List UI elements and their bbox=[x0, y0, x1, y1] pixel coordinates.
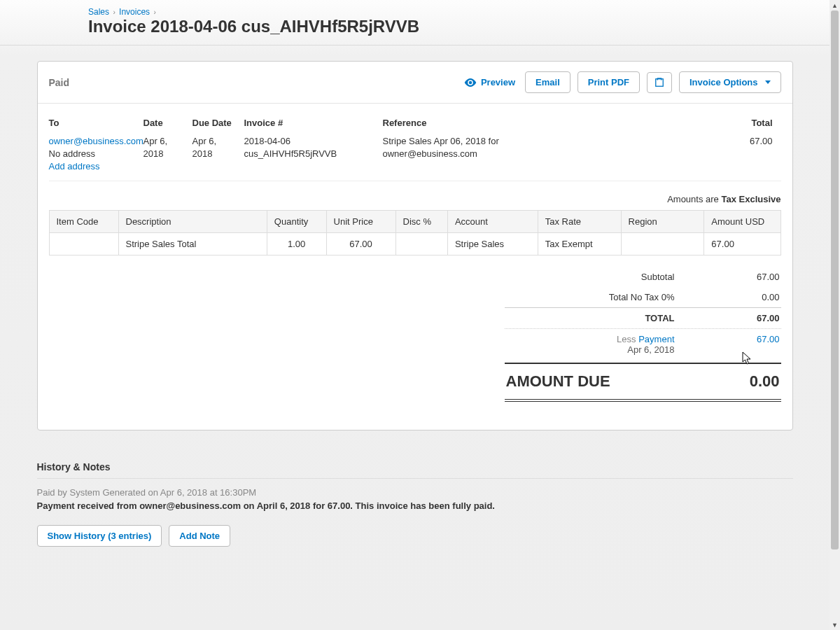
col-tax-rate: Tax Rate bbox=[538, 210, 621, 232]
col-quantity: Quantity bbox=[267, 210, 326, 232]
invoice-meta: To owner@ebusiness.com No address Add ad… bbox=[49, 118, 781, 181]
date-label: Date bbox=[144, 118, 184, 128]
cell-acct: Stripe Sales bbox=[447, 232, 538, 255]
history-notes-title: History & Notes bbox=[37, 461, 793, 479]
preview-button[interactable]: Preview bbox=[464, 77, 515, 88]
subtotal-value: 67.00 bbox=[710, 272, 780, 282]
col-discount: Disc % bbox=[396, 210, 447, 232]
chevron-right-icon: › bbox=[153, 8, 155, 16]
col-item-code: Item Code bbox=[49, 210, 118, 232]
total-label: Total bbox=[725, 118, 773, 128]
grand-total-label: TOTAL bbox=[506, 313, 710, 323]
history-line-1: Paid by System Generated on Apr 6, 2018 … bbox=[37, 487, 793, 498]
breadcrumb: Sales › Invoices › bbox=[88, 7, 830, 17]
eye-icon bbox=[464, 78, 477, 87]
line-items-table: Item Code Description Quantity Unit Pric… bbox=[49, 210, 781, 255]
notax-label: Total No Tax 0% bbox=[506, 292, 710, 302]
invoice-number-label: Invoice # bbox=[244, 118, 374, 128]
cell-amt: 67.00 bbox=[704, 232, 780, 255]
subtotal-label: Subtotal bbox=[506, 272, 710, 282]
to-email-link[interactable]: owner@ebusiness.com bbox=[49, 136, 144, 146]
history-line-2: Payment received from owner@ebusiness.co… bbox=[37, 500, 793, 511]
amounts-note: Amounts are Tax Exclusive bbox=[49, 194, 781, 204]
preview-label: Preview bbox=[481, 77, 515, 88]
due-date-label: Due Date bbox=[192, 118, 236, 128]
table-row: Stripe Sales Total 1.00 67.00 Stripe Sal… bbox=[49, 232, 780, 255]
invoice-number-value: 2018-04-06 cus_AIHVHf5R5jRVVB bbox=[244, 135, 374, 160]
cell-rate: Tax Exempt bbox=[538, 232, 621, 255]
no-address-text: No address bbox=[49, 148, 95, 159]
cell-price: 67.00 bbox=[326, 232, 396, 255]
to-label: To bbox=[49, 118, 135, 128]
cell-disc bbox=[396, 232, 447, 255]
print-pdf-button[interactable]: Print PDF bbox=[578, 71, 640, 93]
col-region: Region bbox=[621, 210, 704, 232]
less-prefix: Less bbox=[617, 334, 638, 344]
grand-total-value: 67.00 bbox=[710, 313, 780, 323]
invoice-status: Paid bbox=[49, 77, 70, 88]
payment-label: Less Payment Apr 6, 2018 bbox=[506, 334, 710, 355]
payment-amount[interactable]: 67.00 bbox=[710, 334, 780, 355]
email-button[interactable]: Email bbox=[525, 71, 570, 93]
invoice-card: Paid Preview Email Print PDF Invoice Opt… bbox=[37, 61, 793, 430]
totals-block: Subtotal 67.00 Total No Tax 0% 0.00 TOTA… bbox=[505, 267, 781, 402]
show-history-button[interactable]: Show History (3 entries) bbox=[37, 525, 162, 547]
due-date-value: Apr 6, 2018 bbox=[192, 135, 236, 160]
amount-due-label: AMOUNT DUE bbox=[506, 372, 610, 391]
external-box-icon bbox=[654, 78, 664, 88]
amounts-note-prefix: Amounts are bbox=[667, 194, 721, 204]
total-value: 67.00 bbox=[725, 135, 773, 148]
svg-rect-0 bbox=[656, 78, 664, 86]
amount-due-value: 0.00 bbox=[750, 372, 780, 391]
cell-qty: 1.00 bbox=[267, 232, 326, 255]
page-title: Invoice 2018-04-06 cus_AIHVHf5R5jRVVB bbox=[88, 17, 830, 36]
col-description: Description bbox=[118, 210, 267, 232]
col-account: Account bbox=[447, 210, 538, 232]
amounts-note-bold: Tax Exclusive bbox=[721, 194, 780, 204]
col-unit-price: Unit Price bbox=[326, 210, 396, 232]
notax-value: 0.00 bbox=[710, 292, 780, 302]
date-value: Apr 6, 2018 bbox=[144, 135, 184, 160]
col-amount: Amount USD bbox=[704, 210, 780, 232]
chevron-right-icon: › bbox=[113, 8, 115, 16]
cell-region bbox=[621, 232, 704, 255]
invoice-options-button[interactable]: Invoice Options bbox=[679, 71, 781, 93]
reference-value: Stripe Sales Apr 06, 2018 for owner@ebus… bbox=[383, 135, 523, 160]
add-address-link[interactable]: Add address bbox=[49, 161, 100, 172]
cell-item bbox=[49, 232, 118, 255]
open-new-button[interactable] bbox=[647, 72, 672, 93]
cell-desc: Stripe Sales Total bbox=[118, 232, 267, 255]
payment-date: Apr 6, 2018 bbox=[627, 344, 674, 355]
breadcrumb-invoices[interactable]: Invoices bbox=[119, 7, 150, 17]
breadcrumb-sales[interactable]: Sales bbox=[88, 7, 109, 17]
payment-link[interactable]: Payment bbox=[638, 334, 674, 344]
reference-label: Reference bbox=[383, 118, 717, 128]
add-note-button[interactable]: Add Note bbox=[169, 525, 230, 547]
